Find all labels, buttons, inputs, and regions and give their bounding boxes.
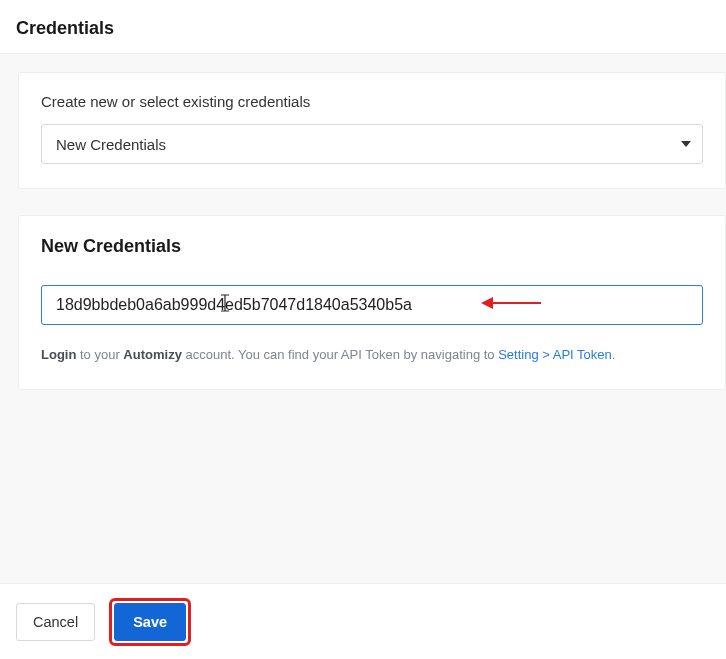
api-token-field-wrap <box>41 285 703 325</box>
save-button-highlight: Save <box>109 598 191 646</box>
select-credentials-card: Create new or select existing credential… <box>18 72 726 189</box>
save-button[interactable]: Save <box>114 603 186 641</box>
select-credentials-label: Create new or select existing credential… <box>41 93 703 110</box>
help-brand: Automizy <box>123 347 182 362</box>
api-token-input[interactable] <box>41 285 703 325</box>
cancel-button[interactable]: Cancel <box>16 603 95 641</box>
credentials-select[interactable] <box>41 124 703 164</box>
credentials-select-input[interactable] <box>41 124 703 164</box>
help-text-1: to your <box>76 347 123 362</box>
help-text-3: . <box>612 347 616 362</box>
page-title: Credentials <box>16 18 710 39</box>
content-area: Create new or select existing credential… <box>0 53 726 583</box>
credentials-page: Credentials Create new or select existin… <box>0 0 726 659</box>
page-header: Credentials <box>0 0 726 53</box>
help-text: Login to your Automizy account. You can … <box>41 345 703 365</box>
new-credentials-title: New Credentials <box>41 236 703 257</box>
api-token-settings-link[interactable]: Setting > API Token <box>498 347 612 362</box>
help-login-word: Login <box>41 347 76 362</box>
help-text-2: account. You can find your API Token by … <box>182 347 498 362</box>
footer-bar: Cancel Save <box>0 583 726 659</box>
new-credentials-card: New Credentials Login to your Automizy a… <box>18 215 726 390</box>
